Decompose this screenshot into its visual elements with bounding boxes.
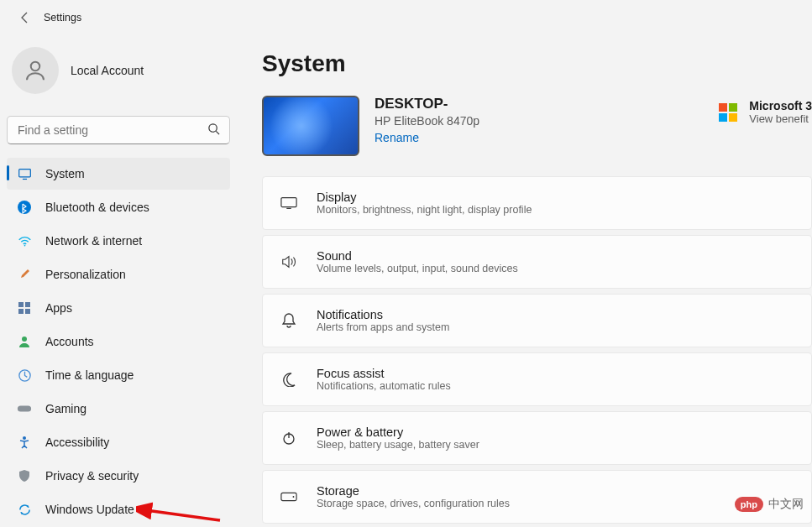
card-sub: Sleep, battery usage, battery saver bbox=[317, 439, 479, 451]
app-title: Settings bbox=[44, 12, 81, 23]
brush-icon bbox=[17, 268, 32, 281]
update-icon bbox=[17, 503, 32, 517]
rename-link[interactable]: Rename bbox=[375, 131, 479, 144]
sidebar-item-label: Gaming bbox=[45, 402, 86, 415]
bell-icon bbox=[280, 312, 298, 329]
svg-rect-7 bbox=[18, 302, 24, 307]
search-icon bbox=[207, 123, 220, 138]
card-sub: Volume levels, output, input, sound devi… bbox=[317, 263, 518, 274]
svg-line-2 bbox=[216, 131, 219, 134]
back-button[interactable] bbox=[15, 8, 35, 28]
sidebar-item-label: Network & internet bbox=[45, 234, 142, 248]
account-name: Local Account bbox=[71, 64, 144, 77]
shield-icon bbox=[17, 469, 32, 483]
svg-point-1 bbox=[209, 124, 217, 132]
sidebar-item-accessibility[interactable]: Accessibility bbox=[7, 426, 230, 458]
sidebar-item-label: System bbox=[45, 167, 85, 180]
card-notifications[interactable]: NotificationsAlerts from apps and system bbox=[262, 294, 812, 347]
watermark-badge: php bbox=[735, 497, 763, 512]
card-title: Focus assist bbox=[317, 367, 451, 380]
microsoft-sub: View benefit bbox=[749, 112, 812, 125]
globe-clock-icon bbox=[17, 368, 32, 383]
sidebar-item-label: Personalization bbox=[45, 268, 126, 281]
card-sub: Monitors, brightness, night light, displ… bbox=[317, 204, 532, 216]
sidebar-item-system[interactable]: System bbox=[7, 158, 230, 190]
page-title: System bbox=[262, 50, 812, 77]
avatar bbox=[12, 47, 59, 94]
sidebar-item-label: Accounts bbox=[45, 335, 94, 348]
moon-icon bbox=[280, 372, 298, 387]
device-thumbnail[interactable] bbox=[262, 96, 359, 156]
sidebar-item-label: Privacy & security bbox=[45, 469, 139, 483]
system-icon bbox=[17, 167, 32, 181]
account-block[interactable]: Local Account bbox=[7, 42, 230, 109]
svg-rect-10 bbox=[25, 309, 30, 314]
card-title: Power & battery bbox=[317, 425, 479, 439]
card-title: Notifications bbox=[317, 308, 449, 321]
card-title: Sound bbox=[317, 249, 518, 263]
device-name: DESKTOP- bbox=[375, 96, 479, 112]
sidebar-item-label: Accessibility bbox=[45, 436, 109, 449]
watermark-text: 中文网 bbox=[768, 497, 804, 512]
display-icon bbox=[280, 196, 298, 210]
sidebar-item-network[interactable]: Network & internet bbox=[7, 225, 230, 257]
apps-icon bbox=[17, 301, 32, 315]
storage-icon bbox=[280, 492, 298, 502]
svg-rect-8 bbox=[25, 302, 30, 307]
svg-point-14 bbox=[23, 436, 26, 440]
sidebar-item-apps[interactable]: Apps bbox=[7, 292, 230, 324]
card-title: Display bbox=[317, 190, 532, 204]
svg-point-0 bbox=[31, 62, 40, 71]
card-display[interactable]: DisplayMonitors, brightness, night light… bbox=[262, 176, 812, 230]
card-sub: Notifications, automatic rules bbox=[317, 380, 451, 392]
card-focus-assist[interactable]: Focus assistNotifications, automatic rul… bbox=[262, 352, 812, 406]
sidebar-item-label: Windows Update bbox=[45, 503, 134, 516]
accessibility-icon bbox=[17, 436, 32, 449]
sidebar-item-accounts[interactable]: Accounts bbox=[7, 326, 230, 357]
sidebar-item-personalization[interactable]: Personalization bbox=[7, 258, 230, 290]
watermark: php 中文网 bbox=[735, 497, 804, 512]
wifi-icon bbox=[17, 234, 32, 248]
sidebar-item-label: Bluetooth & devices bbox=[45, 201, 149, 214]
sidebar-item-label: Time & language bbox=[45, 368, 134, 382]
svg-rect-3 bbox=[18, 169, 30, 176]
search-wrap bbox=[7, 116, 230, 144]
svg-point-6 bbox=[24, 244, 25, 246]
card-sub: Storage space, drives, configuration rul… bbox=[317, 498, 510, 509]
power-icon bbox=[280, 430, 298, 446]
search-input[interactable] bbox=[7, 116, 230, 144]
svg-rect-15 bbox=[281, 198, 296, 207]
svg-rect-19 bbox=[281, 493, 296, 500]
device-model: HP EliteBook 8470p bbox=[375, 114, 479, 128]
microsoft-title: Microsoft 3 bbox=[749, 99, 812, 112]
microsoft-logo-icon bbox=[719, 103, 737, 122]
sound-icon bbox=[280, 254, 298, 269]
card-title: Storage bbox=[317, 484, 510, 498]
card-power-battery[interactable]: Power & batterySleep, battery usage, bat… bbox=[262, 411, 812, 465]
sidebar-item-time-language[interactable]: Time & language bbox=[7, 359, 230, 391]
microsoft-365-block[interactable]: Microsoft 3 View benefit bbox=[719, 99, 812, 125]
card-sub: Alerts from apps and system bbox=[317, 321, 449, 333]
sidebar-item-windows-update[interactable]: Windows Update bbox=[7, 493, 230, 525]
svg-rect-9 bbox=[18, 309, 24, 314]
svg-point-20 bbox=[293, 496, 295, 498]
person-icon bbox=[17, 335, 32, 348]
card-storage[interactable]: StorageStorage space, drives, configurat… bbox=[262, 470, 812, 524]
sidebar-item-privacy[interactable]: Privacy & security bbox=[7, 460, 230, 492]
gamepad-icon bbox=[17, 403, 32, 415]
svg-point-11 bbox=[22, 337, 27, 342]
bluetooth-icon bbox=[17, 201, 32, 214]
svg-rect-13 bbox=[18, 405, 31, 411]
sidebar-item-label: Apps bbox=[45, 301, 72, 315]
sidebar-item-gaming[interactable]: Gaming bbox=[7, 393, 230, 425]
card-sound[interactable]: SoundVolume levels, output, input, sound… bbox=[262, 235, 812, 289]
sidebar-item-bluetooth[interactable]: Bluetooth & devices bbox=[7, 191, 230, 223]
